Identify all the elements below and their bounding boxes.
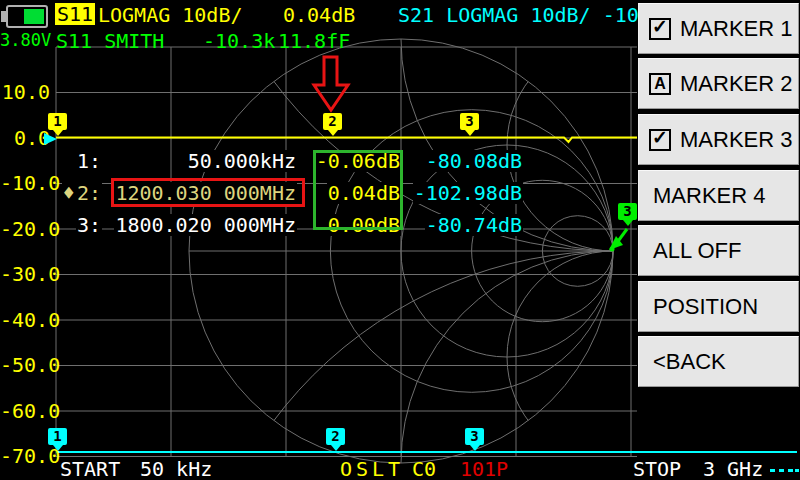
menu-item-marker-4[interactable]: MARKER 4 (638, 170, 799, 221)
menu-item-marker-1[interactable]: ✓ MARKER 1 (638, 3, 799, 54)
y-axis-label: 0.0 (0, 127, 50, 149)
menu-label: ALL OFF (653, 238, 741, 264)
marker-row-label: 1: (50, 150, 102, 172)
trace1-value: 0.04dB (283, 4, 355, 26)
marker-row-s21: -80.08dB (401, 150, 523, 172)
menu-item-marker-2[interactable]: A MARKER 2 (638, 58, 799, 109)
marker-row-freq: 50.000kHz (117, 150, 297, 172)
y-axis-label: -40.0 (0, 309, 50, 331)
trace2-channel: S11 SMITH (56, 30, 164, 52)
menu-label: POSITION (653, 294, 758, 320)
marker3-flag-s11[interactable]: 3 (460, 113, 479, 130)
nanovna-screen: 3.80V S11 LOGMAG 10dB/ 0.04dB S11 SMITH … (0, 0, 800, 480)
cal-status: OSLT (340, 459, 404, 480)
y-axis-label: 10.0 (0, 81, 50, 103)
menu-label: MARKER 4 (653, 183, 765, 209)
stop-label: STOP (633, 459, 681, 480)
trace3-header: S21 LOGMAG 10dB/ -102 (398, 4, 638, 26)
marker3-flag-s21[interactable]: 3 (465, 428, 484, 445)
cal-slot: C0 (412, 459, 436, 480)
active-marker-a-icon: A (649, 73, 671, 95)
start-label: START (60, 459, 120, 480)
annotation-green-box (313, 150, 403, 230)
menu-label: MARKER 2 (680, 71, 792, 97)
menu-item-position[interactable]: POSITION (638, 281, 799, 332)
marker1-flag-s11[interactable]: 1 (48, 113, 67, 130)
battery-level-fill (24, 9, 44, 24)
marker3-flag-smith[interactable]: 3 (618, 203, 637, 220)
trace3-value: -102 (603, 4, 638, 26)
menu-label: MARKER 3 (680, 127, 792, 153)
active-trace-badge[interactable]: S11 (55, 3, 95, 25)
marker-row-label: 3: (50, 214, 102, 236)
trace2-capacitance: 11.8fF (278, 30, 350, 52)
menu-label: MARKER 1 (680, 16, 792, 42)
menu-label: <BACK (653, 349, 726, 375)
menu-item-marker-3[interactable]: ✓ MARKER 3 (638, 114, 799, 165)
trace2-impedance: -10.3k (203, 30, 275, 52)
sweep-points: 101P (460, 459, 508, 480)
reference-level-triangle-icon (44, 133, 57, 145)
stop-value: 3 GHz (703, 459, 763, 480)
marker-row-freq: 1800.020 000MHz (117, 214, 297, 236)
trace3-label: S21 LOGMAG 10dB/ (398, 4, 591, 26)
s11-logmag-trace (56, 138, 637, 143)
s11-smith-trace-point (610, 247, 615, 252)
checkbox-checked-icon: ✓ (649, 18, 671, 40)
y-axis-label: -30.0 (0, 263, 50, 285)
active-marker-diamond-icon: ♦ (62, 182, 76, 204)
battery-voltage: 3.80V (0, 30, 51, 50)
marker2-flag-s21[interactable]: 2 (326, 428, 345, 445)
y-axis-label: -20.0 (0, 218, 50, 240)
marker1-flag-s21[interactable]: 1 (48, 428, 67, 445)
annotation-red-box (111, 178, 305, 207)
menu-item-back[interactable]: <BACK (638, 336, 799, 387)
y-axis-label: -50.0 (0, 354, 50, 376)
s21-trace-dots (770, 469, 799, 472)
trace1-format: LOGMAG 10dB/ (98, 4, 243, 26)
y-axis-label: -10.0 (0, 172, 50, 194)
marker2-flag-s11[interactable]: 2 (323, 113, 342, 130)
marker-row-s21: -102.98dB (401, 182, 523, 204)
y-axis-label: -60.0 (0, 400, 50, 422)
battery-icon-body (6, 5, 48, 28)
menu-item-all-off[interactable]: ALL OFF (638, 225, 799, 276)
marker-row-s21: -80.74dB (401, 214, 523, 236)
start-value: 50 kHz (140, 459, 212, 480)
y-axis-label: -70.0 (0, 445, 50, 467)
marker-row-label: ♦2: (44, 182, 102, 204)
checkbox-checked-icon: ✓ (649, 129, 671, 151)
smith-marker-pointer (609, 229, 627, 250)
